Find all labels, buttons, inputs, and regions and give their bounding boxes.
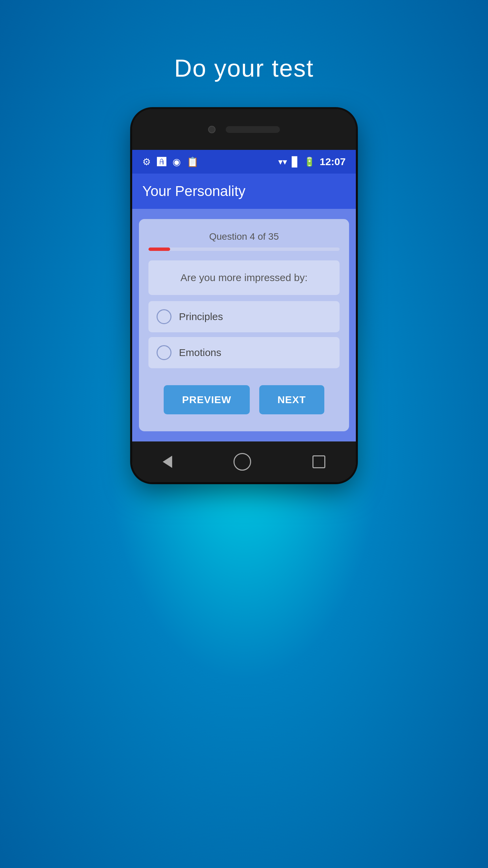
settings-icon: ⚙ bbox=[142, 156, 151, 167]
circle-icon: ◉ bbox=[172, 156, 181, 167]
app-title: Your Personality bbox=[142, 183, 245, 199]
question-text: Are you more impressed by: bbox=[180, 272, 307, 283]
radio-principles[interactable] bbox=[157, 309, 171, 324]
phone-top-bezel bbox=[132, 109, 356, 150]
page-title: Do your test bbox=[174, 54, 314, 82]
status-time: 12:07 bbox=[320, 156, 346, 167]
wifi-icon: ▾▾ bbox=[278, 157, 287, 167]
answer-option-1[interactable]: Principles bbox=[148, 301, 340, 332]
next-button[interactable]: NEXT bbox=[259, 385, 324, 414]
signal-icon: ▊ bbox=[292, 156, 299, 167]
nav-home-button[interactable] bbox=[233, 453, 251, 471]
question-box: Are you more impressed by: bbox=[148, 260, 340, 295]
phone-shell: ⚙ 🅰 ◉ 📋 ▾▾ ▊ 🔋 12:07 Your Personality Qu… bbox=[132, 109, 356, 482]
radio-emotions[interactable] bbox=[157, 345, 171, 360]
phone-screen: Question 4 of 35 Are you more impressed … bbox=[132, 209, 356, 441]
phone-bottom-bezel bbox=[132, 441, 356, 482]
battery-icon: 🔋 bbox=[304, 157, 315, 167]
text-icon: 🅰 bbox=[157, 156, 166, 167]
answer-label-principles: Principles bbox=[179, 311, 223, 322]
app-bar: Your Personality bbox=[132, 174, 356, 209]
progress-bar-fill bbox=[148, 248, 170, 251]
answer-option-2[interactable]: Emotions bbox=[148, 337, 340, 368]
question-counter: Question 4 of 35 bbox=[209, 231, 279, 242]
status-bar: ⚙ 🅰 ◉ 📋 ▾▾ ▊ 🔋 12:07 bbox=[132, 150, 356, 174]
answer-label-emotions: Emotions bbox=[179, 347, 221, 358]
speaker-grille bbox=[226, 126, 280, 133]
nav-back-button[interactable] bbox=[163, 456, 172, 468]
nav-recent-button[interactable] bbox=[312, 455, 325, 468]
preview-button[interactable]: PREVIEW bbox=[164, 385, 249, 414]
status-bar-left: ⚙ 🅰 ◉ 📋 bbox=[142, 156, 199, 167]
status-bar-right: ▾▾ ▊ 🔋 12:07 bbox=[278, 156, 346, 167]
camera-icon bbox=[208, 126, 216, 133]
quiz-card: Question 4 of 35 Are you more impressed … bbox=[139, 219, 349, 431]
buttons-row: PREVIEW NEXT bbox=[164, 385, 324, 414]
progress-bar-container bbox=[148, 248, 340, 251]
clipboard-icon: 📋 bbox=[187, 156, 199, 167]
